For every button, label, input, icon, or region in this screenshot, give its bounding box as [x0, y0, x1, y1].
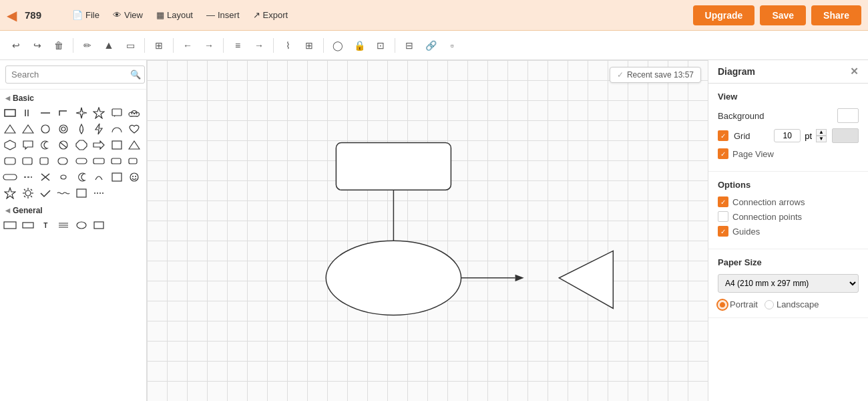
diagram-canvas[interactable]: [147, 60, 708, 401]
search-input[interactable]: [5, 65, 145, 84]
gen-shape-text[interactable]: T: [38, 218, 53, 233]
guides-checkbox[interactable]: ✓: [718, 226, 728, 237]
landscape-option[interactable]: Landscape: [765, 299, 819, 309]
arrow-end-button[interactable]: →: [250, 36, 268, 55]
panel-close-button[interactable]: ✕: [850, 65, 859, 78]
grid-color-swatch[interactable]: [832, 128, 859, 143]
shape-callout-box[interactable]: [110, 106, 124, 120]
diagram-rect[interactable]: [336, 142, 451, 190]
shape-arch[interactable]: [110, 122, 124, 136]
gen-shape-rect2[interactable]: [21, 218, 35, 233]
shape-rr7[interactable]: [110, 154, 124, 168]
shape-sunburst[interactable]: [21, 186, 35, 200]
shape-triangle3[interactable]: [127, 138, 142, 152]
shape-hexagon[interactable]: [3, 138, 17, 152]
portrait-radio[interactable]: [718, 300, 727, 309]
paper-size-select[interactable]: A4 (210 mm x 297 mm) A3 (297 mm x 420 mm…: [718, 274, 859, 293]
landscape-radio[interactable]: [765, 300, 774, 309]
shape-star2[interactable]: [3, 186, 17, 200]
shape-hline[interactable]: [38, 106, 53, 120]
undo-button[interactable]: ↩: [7, 36, 25, 55]
redo-button[interactable]: ↪: [28, 36, 47, 55]
shape-rr4[interactable]: [56, 154, 71, 168]
shape-triangle2[interactable]: [21, 122, 35, 136]
frame-button[interactable]: ⊡: [371, 36, 390, 55]
shape-wave[interactable]: [56, 186, 71, 200]
link-button[interactable]: 🔗: [421, 36, 440, 55]
arrow-right-button[interactable]: →: [200, 36, 218, 55]
nav-file[interactable]: 📄 File: [67, 7, 105, 23]
pencil-button[interactable]: ✏: [78, 36, 97, 55]
gen-shape-rect[interactable]: [3, 218, 17, 233]
nav-insert[interactable]: — Insert: [201, 7, 245, 23]
shape-check[interactable]: [38, 186, 53, 200]
shape-heart[interactable]: [127, 122, 142, 136]
nav-export[interactable]: ↗ Export: [248, 7, 294, 23]
shape-crescent[interactable]: [38, 138, 53, 152]
shape-lightning[interactable]: [91, 122, 106, 136]
shape-rr6[interactable]: [91, 154, 106, 168]
canvas-area[interactable]: ✓ Recent save 13:57: [147, 60, 708, 401]
shape-triangle[interactable]: [3, 122, 17, 136]
sidebar-resize-handle[interactable]: [147, 60, 149, 401]
diagram-triangle[interactable]: [559, 251, 613, 308]
shape-arrow-right[interactable]: [91, 138, 106, 152]
shape-dash2[interactable]: [91, 186, 106, 200]
shape-complex1[interactable]: [56, 170, 71, 184]
connection-arrows-checkbox[interactable]: ✓: [718, 196, 728, 207]
shape-square4[interactable]: [74, 186, 89, 200]
shape-rr2[interactable]: [21, 154, 35, 168]
shape-pill[interactable]: [3, 170, 17, 184]
gen-shape-rect3[interactable]: [91, 218, 106, 233]
shape-dash[interactable]: [21, 170, 35, 184]
shape-vline[interactable]: [21, 106, 35, 120]
back-button[interactable]: ◀: [7, 7, 17, 23]
shape-star[interactable]: [91, 106, 106, 120]
grid-value-input[interactable]: [774, 129, 801, 142]
extra-button[interactable]: ▫: [443, 36, 461, 55]
delete-button[interactable]: 🗑: [49, 36, 68, 55]
background-color-picker[interactable]: [837, 108, 859, 123]
shape-arc2[interactable]: [91, 170, 106, 184]
fill-button[interactable]: ▲: [99, 36, 118, 55]
shape-square2[interactable]: [110, 138, 124, 152]
shape-rect[interactable]: [3, 106, 17, 120]
lock-button[interactable]: 🔒: [350, 36, 369, 55]
shape-no[interactable]: [56, 138, 71, 152]
snap-button[interactable]: ⊟: [400, 36, 419, 55]
gen-shape-ellipse[interactable]: [74, 218, 89, 233]
shape-smiley[interactable]: [127, 170, 142, 184]
gen-shape-lines[interactable]: [56, 218, 71, 233]
save-button[interactable]: Save: [760, 5, 806, 25]
grid-checkbox[interactable]: ✓: [718, 130, 728, 141]
portrait-option[interactable]: Portrait: [718, 299, 758, 309]
shape-x[interactable]: [38, 170, 53, 184]
shape-circle[interactable]: [38, 122, 53, 136]
connection-points-checkbox[interactable]: [718, 211, 728, 222]
shape-4star[interactable]: [74, 106, 89, 120]
shape-corner[interactable]: [56, 106, 71, 120]
align-button[interactable]: ≡: [228, 36, 247, 55]
share-button[interactable]: Share: [811, 5, 861, 25]
arrow-left-button[interactable]: ←: [178, 36, 197, 55]
grid-increment-button[interactable]: ▲: [816, 129, 827, 136]
shape-bullseye[interactable]: [56, 122, 71, 136]
shape-octagon[interactable]: [74, 138, 89, 152]
shape-rr3[interactable]: [38, 154, 53, 168]
shape-cloud[interactable]: [127, 106, 142, 120]
group-button[interactable]: ⊞: [300, 36, 318, 55]
nav-layout[interactable]: ▦ Layout: [151, 7, 198, 23]
grid-button[interactable]: ⊞: [150, 36, 168, 55]
shape-speech[interactable]: [21, 138, 35, 152]
page-view-checkbox[interactable]: ✓: [718, 148, 728, 159]
nav-view[interactable]: 👁 View: [107, 7, 148, 23]
grid-decrement-button[interactable]: ▼: [816, 136, 827, 142]
shape-rr5[interactable]: [74, 154, 89, 168]
diagram-ellipse[interactable]: [326, 241, 461, 315]
shape-square3[interactable]: [110, 170, 124, 184]
curve-button[interactable]: ⌇: [278, 36, 297, 55]
upgrade-button[interactable]: Upgrade: [693, 5, 755, 25]
shape-button[interactable]: ▭: [121, 36, 140, 55]
shape-crescent2[interactable]: [74, 170, 89, 184]
shape-rr8[interactable]: [127, 154, 142, 168]
